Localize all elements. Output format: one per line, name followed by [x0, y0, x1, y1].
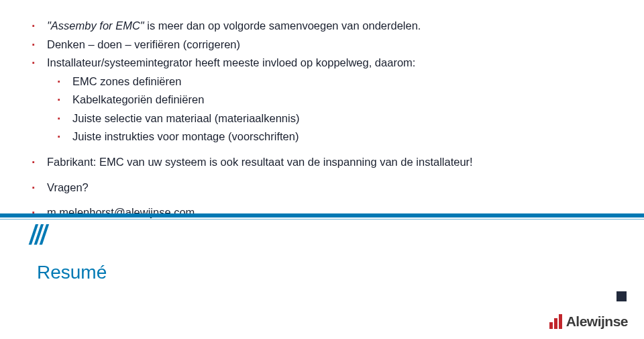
bullet-text: Vragen?: [47, 181, 89, 193]
divider-bar: [0, 213, 644, 217]
brand-logo: Alewijnse: [549, 313, 628, 330]
slide-title: Resumé: [37, 262, 107, 283]
bullet-subitem: Kabelkategoriën definiëren: [72, 91, 610, 109]
bullet-text: Kabelkategoriën definiëren: [72, 93, 204, 105]
bullet-sublist: EMC zones definiëren Kabelkategoriën def…: [47, 73, 610, 146]
bullet-text: Juiste instrukties voor montage (voorsch…: [72, 130, 299, 142]
bullet-list: "Assemby for EMC" is meer dan op volgord…: [47, 17, 610, 146]
logo-mark-icon: [549, 314, 562, 329]
divider-line: [0, 219, 644, 220]
bullet-text: is meer dan op volgorde samenvoegen van …: [144, 19, 421, 32]
logo-text: Alewijnse: [566, 313, 628, 330]
bullet-list: Vragen?: [47, 179, 610, 197]
square-icon: [616, 291, 627, 301]
bullet-item: "Assemby for EMC" is meer dan op volgord…: [47, 17, 610, 35]
bullet-quote: "Assemby for EMC": [47, 19, 144, 32]
bullet-list: Fabrikant: EMC van uw systeem is ook res…: [47, 154, 610, 171]
hash-icon: ///: [30, 219, 46, 251]
bullet-text: Fabrikant: EMC van uw systeem is ook res…: [47, 156, 473, 168]
bullet-text: Denken – doen – verifiëren (corrigeren): [47, 38, 240, 50]
bullet-item: Vragen?: [47, 179, 610, 197]
bullet-subitem: EMC zones definiëren: [72, 73, 610, 91]
slide-content: "Assemby for EMC" is meer dan op volgord…: [0, 0, 644, 222]
bullet-subitem: Juiste selectie van materiaal (materiaal…: [72, 110, 610, 128]
bullet-item: Fabrikant: EMC van uw systeem is ook res…: [47, 154, 610, 171]
bullet-text: EMC zones definiëren: [72, 75, 181, 87]
bullet-text: Juiste selectie van materiaal (materiaal…: [72, 112, 299, 124]
bullet-item: Installateur/systeemintegrator heeft mee…: [47, 54, 610, 146]
bullet-text: Installateur/systeemintegrator heeft mee…: [47, 56, 415, 68]
bullet-item: Denken – doen – verifiëren (corrigeren): [47, 36, 610, 54]
bullet-subitem: Juiste instrukties voor montage (voorsch…: [72, 128, 610, 146]
